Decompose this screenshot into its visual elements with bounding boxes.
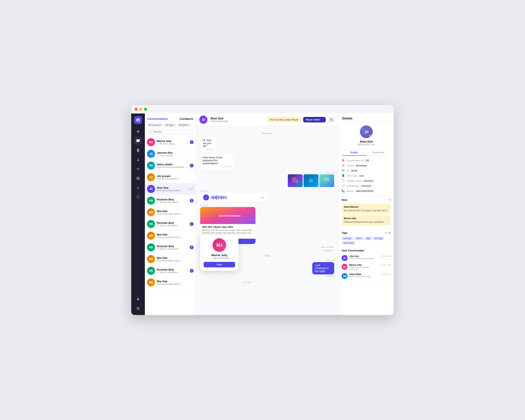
audio-play-btn[interactable]: ⏸ bbox=[203, 194, 209, 201]
svg-point-10 bbox=[309, 182, 314, 184]
conv-name: Rockstar Benj bbox=[157, 221, 188, 224]
user-conv-item[interactable]: JD Jhon Doe I have complete task already… bbox=[342, 254, 391, 263]
info-conv-id: 🔖 Conversation ID 535 bbox=[342, 158, 391, 163]
search-input[interactable] bbox=[153, 130, 191, 133]
conv-item[interactable]: HS Hafsa shaikh Meet me before presentat… bbox=[145, 160, 196, 172]
user-conv-item[interactable]: MJ Marina Jolly Builds several business … bbox=[342, 263, 391, 272]
conv-panel-header: Conversation Contacts bbox=[145, 113, 196, 122]
tag-chip[interactable]: saved tags bbox=[342, 241, 355, 245]
conv-item[interactable]: AJ Alix joseph How did you prepared.....… bbox=[145, 172, 196, 183]
user-conv-list: JD Jhon Doe I have complete task already… bbox=[342, 254, 391, 281]
details-info-section: 🔖 Conversation ID 535 🔗 Source WhatsApp … bbox=[339, 156, 394, 196]
nav-reports-icon[interactable] bbox=[134, 184, 142, 192]
conv-item[interactable]: MH Max Hob Next presentation will be....… bbox=[145, 207, 196, 218]
conv-name: Rockstar Benj bbox=[157, 245, 188, 248]
waveform bbox=[211, 195, 258, 200]
svg-point-0 bbox=[157, 144, 158, 144]
wave-bar bbox=[215, 196, 216, 199]
app-logo[interactable] bbox=[134, 116, 142, 124]
svg-text:JD: JD bbox=[364, 130, 368, 134]
conv-preview: Next presentation will be....... bbox=[157, 260, 192, 262]
msg-text-2: How many of you prepared the presentatio… bbox=[203, 156, 223, 165]
close-dot[interactable] bbox=[135, 108, 138, 111]
msg-img-2 bbox=[304, 174, 319, 187]
nav-list-icon[interactable] bbox=[134, 165, 142, 173]
wave-bar bbox=[220, 196, 221, 199]
nav-grid-icon[interactable] bbox=[134, 174, 142, 182]
filter-tags[interactable]: All Tags ▾ bbox=[164, 123, 176, 127]
last-activity-icon: 🕒 bbox=[342, 184, 345, 188]
wave-bar bbox=[221, 195, 222, 200]
msg-time-1: 01:12 PM bbox=[203, 148, 214, 150]
contact-popup-chat-btn[interactable]: Chat bbox=[204, 262, 235, 267]
conv-avatar: JR bbox=[147, 150, 155, 158]
tab-details[interactable]: Details bbox=[342, 149, 366, 156]
last-activity-label: Last Activity bbox=[347, 185, 359, 187]
nav-automation-icon[interactable] bbox=[134, 193, 142, 201]
conv-item[interactable]: MH Max Hob Next presentation will be....… bbox=[145, 277, 196, 288]
source-value: WhatsApp bbox=[356, 164, 367, 167]
details-tabs: Details Shared files bbox=[342, 149, 390, 156]
nav-contacts-icon[interactable] bbox=[134, 155, 142, 164]
conv-item[interactable]: RB Rockstar Benj Sent an attachment 2 bbox=[145, 218, 196, 230]
source-label: Source bbox=[347, 164, 354, 167]
chat-header: JD Jhon Doe +8801400620055 You Can No Lo… bbox=[196, 113, 338, 126]
conv-meta: 2 bbox=[190, 222, 194, 226]
add-tag-button[interactable]: + bbox=[385, 231, 387, 235]
conversation-panel: Conversation Contacts All Channel ▾ All … bbox=[145, 113, 196, 315]
user-conv-msg: Because we cannot take bbox=[349, 275, 379, 278]
tab-shared-files[interactable]: Shared files bbox=[366, 149, 391, 156]
user-conv-date: 12-05-2022 bbox=[381, 273, 391, 275]
app-window: Conversation Contacts All Channel ▾ All … bbox=[131, 105, 394, 315]
maximize-dot[interactable] bbox=[144, 108, 147, 111]
nav-phone-icon[interactable] bbox=[134, 146, 142, 154]
user-conv-item[interactable]: AM Abdul Malik Because we cannot take 12… bbox=[342, 272, 391, 281]
svg-point-7 bbox=[296, 180, 299, 183]
conv-item[interactable]: RB Rockstar Benj Sent an attachment 2 bbox=[145, 265, 196, 277]
conv-item[interactable]: MJ Marina Jolly Marina is typing..... 2 bbox=[145, 137, 196, 148]
conv-info: Rockstar Benj Sent an attachment bbox=[157, 221, 188, 227]
msg-time-4: 10:57 AM bbox=[200, 190, 334, 192]
tag-chip[interactable]: sdhedge bbox=[342, 237, 353, 240]
nav-settings-icon[interactable] bbox=[134, 304, 142, 312]
assign-button[interactable]: Nizam Uddin bbox=[303, 117, 326, 122]
details-profile-phone: 8801322827700 bbox=[358, 143, 375, 146]
search-bar bbox=[147, 129, 194, 135]
conv-avatar: MH bbox=[147, 255, 155, 263]
conv-info: Rockstar Benj Sent an attachment bbox=[157, 268, 188, 274]
details-panel: Details JD Jhon Doe 8801322827700 Detail… bbox=[338, 113, 394, 315]
conv-info: Max Hob Next presentation will be....... bbox=[157, 280, 192, 285]
conv-info: Hafsa shaikh Meet me before presentation… bbox=[157, 163, 188, 168]
filter-channel[interactable]: All Channel ▾ bbox=[147, 123, 163, 127]
tag-chip[interactable]: csbers bbox=[354, 237, 364, 240]
tag-chip[interactable]: test tags bbox=[373, 237, 384, 240]
conv-item[interactable]: RB Rockstar Benj Sent an attachment 2 bbox=[145, 195, 196, 207]
msg-time-7: 03:12 AM bbox=[243, 281, 334, 283]
nav-chat-icon[interactable] bbox=[134, 137, 142, 145]
chat-area: JD Jhon Doe +8801400620055 You Can No Lo… bbox=[196, 113, 338, 315]
conv-item[interactable]: MH Max Hob Next presentation will be....… bbox=[145, 253, 196, 265]
minimize-dot[interactable] bbox=[139, 108, 142, 111]
conv-item[interactable]: RB Rockstar Benj Sent an attachment 2 bbox=[145, 242, 196, 253]
copy-icon-button[interactable] bbox=[328, 116, 335, 123]
nav-home-icon[interactable] bbox=[134, 128, 142, 136]
user-type-label: User Type bbox=[347, 174, 357, 177]
contacts-label[interactable]: Contacts bbox=[179, 117, 193, 120]
user-conv-avatar: JD bbox=[342, 255, 347, 261]
svg-point-13 bbox=[325, 180, 328, 183]
chat-user-avatar: JD bbox=[199, 116, 207, 124]
user-conv-section: User Conversation JD Jhon Doe I have com… bbox=[339, 247, 394, 283]
conv-name: Max Hob bbox=[157, 280, 192, 283]
tag-chip[interactable]: tjfgb bbox=[365, 237, 372, 240]
conv-item[interactable]: JD Jhon Doe What about Wednesday....... … bbox=[145, 183, 196, 195]
svg-point-1 bbox=[158, 144, 158, 144]
msg-bubble-2: How many of you prepared the presentatio… bbox=[200, 154, 234, 169]
add-note-button[interactable]: + bbox=[389, 198, 391, 202]
conv-item[interactable]: MH Max Hob Next presentation will be....… bbox=[145, 230, 196, 242]
conv-item[interactable]: JR Jackson Roy Sent a picture bbox=[145, 148, 196, 160]
settings-tag-icon[interactable]: ⚙ bbox=[388, 231, 391, 235]
nav-notifications-icon[interactable] bbox=[134, 295, 142, 303]
conv-preview: Sent an attachment bbox=[157, 271, 188, 274]
contact-popup-avatar: MJ bbox=[213, 238, 226, 252]
filter-agent[interactable]: All Agent ▾ bbox=[177, 123, 191, 127]
